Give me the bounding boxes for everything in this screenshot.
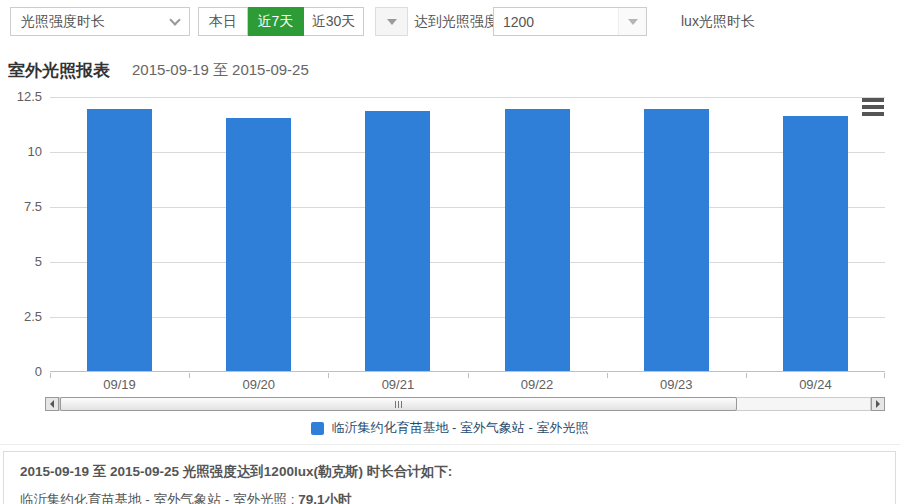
x-axis-label: 09/23 — [607, 377, 746, 392]
x-axis-label: 09/19 — [50, 377, 189, 392]
x-axis-tick — [607, 373, 608, 378]
bar-09/20[interactable] — [226, 118, 291, 371]
x-axis-tick — [189, 373, 190, 378]
x-axis-tick — [328, 373, 329, 378]
summary-series-label: 临沂集约化育苗基地 - 室外气象站 - 室外光照 — [20, 492, 287, 504]
y-axis-label: 12.5 — [0, 88, 42, 106]
x-axis-tick — [50, 373, 51, 378]
gridline — [50, 207, 885, 208]
range-button-30days[interactable]: 近30天 — [304, 7, 364, 36]
arrow-left-icon — [50, 400, 54, 408]
report-date-range: 2015-09-19 至 2015-09-25 — [132, 61, 309, 80]
scrollbar-left-button[interactable] — [45, 397, 59, 411]
intensity-combobox[interactable]: 1200 — [493, 7, 647, 36]
gridline — [50, 262, 885, 263]
bar-09/22[interactable] — [505, 109, 570, 371]
y-axis-label: 2.5 — [0, 308, 42, 326]
bar-09/23[interactable] — [644, 109, 709, 371]
intensity-value: 1200 — [494, 14, 618, 30]
metric-select[interactable]: 光照强度时长 — [10, 7, 190, 36]
gridline — [50, 97, 885, 98]
summary-box: 2015-09-19 至 2015-09-25 光照强度达到1200lux(勒克… — [3, 451, 896, 504]
summary-headline: 2015-09-19 至 2015-09-25 光照强度达到1200lux(勒克… — [20, 463, 879, 481]
intensity-label: 达到光照强度 — [414, 7, 498, 36]
x-axis-label: 09/21 — [328, 377, 467, 392]
x-axis-label: 09/20 — [189, 377, 328, 392]
chevron-down-icon — [169, 14, 180, 25]
summary-separator: : — [287, 492, 298, 504]
summary-detail: 临沂集约化育苗基地 - 室外气象站 - 室外光照 : 79.1小时 — [20, 491, 879, 504]
intensity-dropdown-button[interactable] — [618, 8, 646, 35]
unit-label: lux光照时长 — [681, 7, 755, 36]
x-axis-label: 09/24 — [746, 377, 885, 392]
arrow-right-icon — [876, 400, 880, 408]
metric-select-value: 光照强度时长 — [21, 13, 105, 31]
gridline — [50, 317, 885, 318]
y-axis-label: 0 — [0, 363, 42, 381]
hamburger-menu-icon[interactable] — [862, 98, 884, 116]
report-title: 室外光照报表 — [8, 59, 110, 82]
date-range-button-group: 本日 近7天 近30天 — [198, 7, 364, 36]
legend-swatch — [311, 422, 324, 435]
y-axis-label: 10 — [0, 143, 42, 161]
range-button-today[interactable]: 本日 — [198, 7, 248, 36]
y-axis-label: 5 — [0, 253, 42, 271]
caret-down-icon — [628, 19, 638, 25]
gridline — [50, 152, 885, 153]
chart-area: 09/1909/2009/2109/2209/2309/24 02.557.51… — [0, 88, 900, 444]
x-axis-tick — [884, 373, 885, 378]
plot-area: 09/1909/2009/2109/2209/2309/24 — [50, 97, 885, 372]
scrollbar-thumb[interactable] — [60, 397, 737, 411]
x-axis-tick — [746, 373, 747, 378]
bar-09/19[interactable] — [87, 109, 152, 371]
legend-item[interactable]: 临沂集约化育苗基地 - 室外气象站 - 室外光照 — [0, 419, 900, 437]
range-button-7days[interactable]: 近7天 — [248, 7, 304, 36]
y-axis-label: 7.5 — [0, 198, 42, 216]
page: 光照强度时长 本日 近7天 近30天 达到光照强度 1200 lux光照时长 室… — [0, 0, 900, 504]
section-divider — [0, 444, 900, 445]
legend-label: 临沂集约化育苗基地 - 室外气象站 - 室外光照 — [331, 419, 588, 437]
summary-hours-value: 79.1小时 — [298, 492, 351, 504]
x-axis-label: 09/22 — [468, 377, 607, 392]
range-more-button[interactable] — [375, 7, 408, 36]
bar-09/21[interactable] — [365, 111, 430, 371]
bar-09/24[interactable] — [783, 116, 848, 371]
caret-down-icon — [387, 19, 397, 25]
x-axis-tick — [468, 373, 469, 378]
scrollbar-right-button[interactable] — [871, 397, 885, 411]
